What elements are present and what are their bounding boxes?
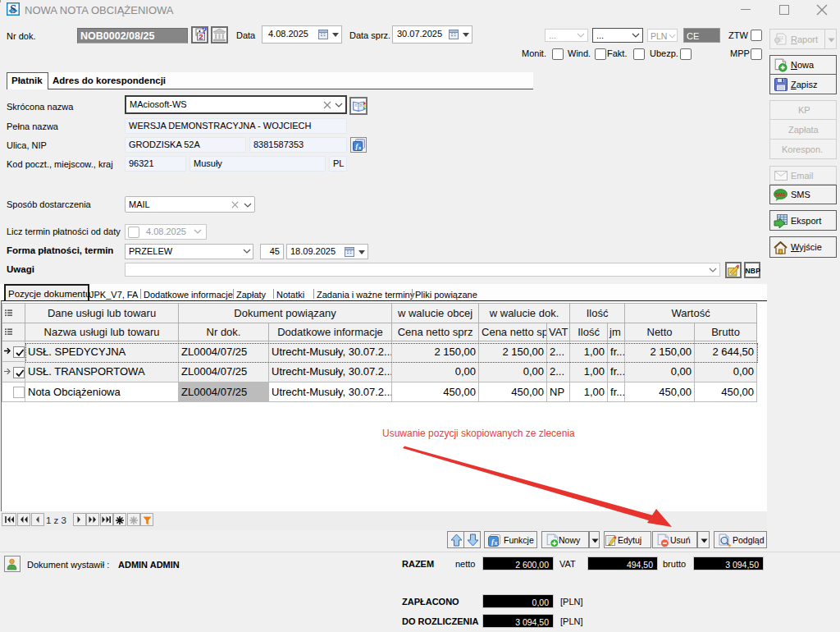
svg-text:x: x — [495, 540, 498, 546]
svg-text:SMS: SMS — [776, 192, 786, 197]
svg-text:?: ? — [202, 28, 207, 35]
